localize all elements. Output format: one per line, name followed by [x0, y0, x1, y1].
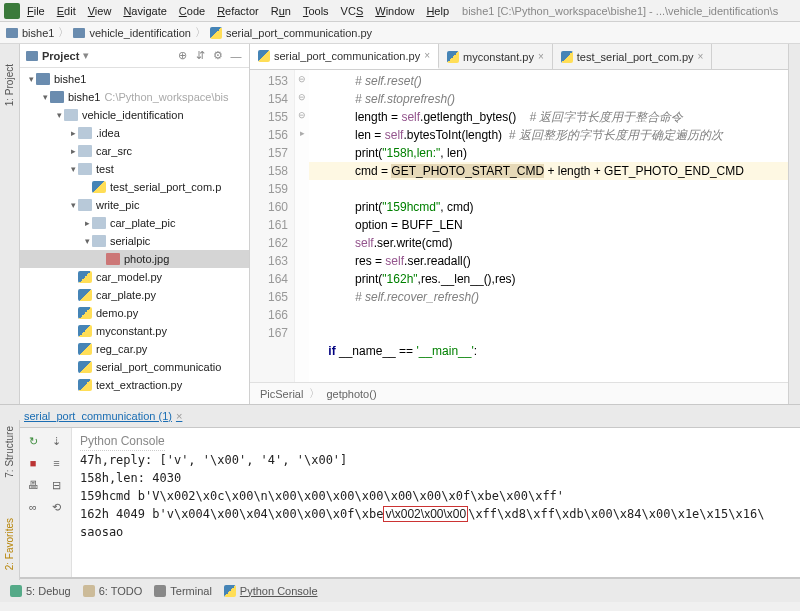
- status-todo[interactable]: 6: TODO: [83, 585, 143, 597]
- tree-item[interactable]: ▾serialpic: [20, 232, 249, 250]
- nav-seg-folder[interactable]: vehicle_identification: [73, 27, 191, 39]
- project-tree[interactable]: ▾bishe1▾bishe1C:\Python_workspace\bis▾ve…: [20, 68, 249, 404]
- chevron-right-icon: 〉: [58, 25, 69, 40]
- status-debug[interactable]: 5: Debug: [10, 585, 71, 597]
- tree-item[interactable]: reg_car.py: [20, 340, 249, 358]
- python-icon: [258, 50, 270, 62]
- console-panel: ↻ ⇣ ■ ≡ 🖶 ⊟ ∞ ⟲ Python Console 47h,reply…: [20, 428, 800, 578]
- tree-item[interactable]: ▸car_src: [20, 142, 249, 160]
- menu-edit[interactable]: Edit: [52, 3, 81, 19]
- tree-item[interactable]: ▾write_pic: [20, 196, 249, 214]
- status-bar: 5: Debug 6: TODO Terminal Python Console: [0, 578, 800, 602]
- menu-tools[interactable]: Tools: [298, 3, 334, 19]
- filter-icon[interactable]: ⊟: [48, 476, 66, 494]
- chevron-right-icon: 〉: [195, 25, 206, 40]
- main-split: 1: Project Project ▾ ⊕ ⇵ ⚙ — ▾bishe1▾bis…: [0, 44, 800, 404]
- gear-icon[interactable]: ⚙: [211, 49, 225, 63]
- nav-seg-root[interactable]: bishe1: [6, 27, 54, 39]
- history-icon[interactable]: ⟲: [48, 498, 66, 516]
- menu-view[interactable]: View: [83, 3, 117, 19]
- code-editor[interactable]: 1531541551561571581591601611621631641651…: [250, 70, 788, 382]
- editor-area: serial_port_communication.py×myconstant.…: [250, 44, 788, 404]
- tree-item[interactable]: demo.py: [20, 304, 249, 322]
- scroll-icon[interactable]: ⇣: [48, 432, 66, 450]
- editor-tab[interactable]: test_serial_port_com.py×: [553, 44, 713, 69]
- breadcrumb-class[interactable]: PicSerial: [260, 388, 303, 400]
- print-icon[interactable]: 🖶: [24, 476, 42, 494]
- python-icon: [447, 51, 459, 63]
- hide-icon[interactable]: —: [229, 49, 243, 63]
- menu-code[interactable]: Code: [174, 3, 210, 19]
- target-icon[interactable]: ⊕: [175, 49, 189, 63]
- tree-item[interactable]: ▾bishe1: [20, 70, 249, 88]
- side-tab-project[interactable]: 1: Project: [4, 64, 15, 106]
- close-icon[interactable]: ×: [176, 410, 182, 422]
- menu-refactor[interactable]: Refactor: [212, 3, 264, 19]
- menu-navigate[interactable]: Navigate: [118, 3, 171, 19]
- side-tab-structure[interactable]: 7: Structure: [4, 426, 15, 478]
- tree-item[interactable]: car_model.py: [20, 268, 249, 286]
- console-toolbar: ↻ ⇣ ■ ≡ 🖶 ⊟ ∞ ⟲: [20, 428, 72, 577]
- menu-file[interactable]: File: [22, 3, 50, 19]
- console-output[interactable]: Python Console 47h,reply: ['v', '\x00', …: [72, 428, 800, 577]
- tree-item[interactable]: car_plate.py: [20, 286, 249, 304]
- window-title: bishe1 [C:\Python_workspace\bishe1] - ..…: [462, 5, 778, 17]
- tree-item[interactable]: photo.jpg: [20, 250, 249, 268]
- project-panel-title: Project: [42, 50, 79, 62]
- status-python-console[interactable]: Python Console: [224, 585, 318, 597]
- stop-icon[interactable]: ■: [24, 454, 42, 472]
- close-icon[interactable]: ×: [538, 51, 544, 62]
- menu-window[interactable]: Window: [370, 3, 419, 19]
- nav-breadcrumb: bishe1 〉 vehicle_identification 〉 serial…: [0, 22, 800, 44]
- tree-item[interactable]: ▸car_plate_pic: [20, 214, 249, 232]
- code-content[interactable]: # self.reset() # self.stoprefresh() leng…: [309, 70, 788, 382]
- right-gutter: [788, 44, 800, 404]
- tree-item[interactable]: ▾test: [20, 160, 249, 178]
- folder-icon: [73, 28, 85, 38]
- python-icon: [561, 51, 573, 63]
- tree-item[interactable]: myconstant.py: [20, 322, 249, 340]
- python-icon: [224, 585, 236, 597]
- rerun-icon[interactable]: ↻: [24, 432, 42, 450]
- menu-vcs[interactable]: VCS: [336, 3, 369, 19]
- tree-item[interactable]: test_serial_port_com.p: [20, 178, 249, 196]
- editor-tabs: serial_port_communication.py×myconstant.…: [250, 44, 788, 70]
- menu-bar: File Edit View Navigate Code Refactor Ru…: [0, 0, 800, 22]
- menu-run[interactable]: Run: [266, 3, 296, 19]
- close-icon[interactable]: ×: [698, 51, 704, 62]
- project-panel: Project ▾ ⊕ ⇵ ⚙ — ▾bishe1▾bishe1C:\Pytho…: [20, 44, 250, 404]
- chevron-right-icon: 〉: [309, 386, 320, 401]
- fold-column[interactable]: ⊖⊖⊖▸: [295, 70, 309, 382]
- project-panel-header: Project ▾ ⊕ ⇵ ⚙ —: [20, 44, 249, 68]
- tree-item[interactable]: text_extraction.py: [20, 376, 249, 394]
- breadcrumb-method[interactable]: getphoto(): [326, 388, 376, 400]
- status-terminal[interactable]: Terminal: [154, 585, 212, 597]
- close-icon[interactable]: ×: [424, 50, 430, 61]
- tree-item[interactable]: ▸.idea: [20, 124, 249, 142]
- tree-item[interactable]: ▾bishe1C:\Python_workspace\bis: [20, 88, 249, 106]
- left-side-tabs: 1: Project: [0, 44, 20, 404]
- nav-seg-file[interactable]: serial_port_communication.py: [210, 27, 372, 39]
- side-tab-favorites[interactable]: 2: Favorites: [4, 518, 15, 570]
- wrap-icon[interactable]: ≡: [48, 454, 66, 472]
- terminal-icon: [154, 585, 166, 597]
- collapse-icon[interactable]: ⇵: [193, 49, 207, 63]
- editor-tab[interactable]: serial_port_communication.py×: [250, 44, 439, 69]
- console-tab-run[interactable]: serial_port_communication (1)×: [24, 410, 182, 422]
- editor-breadcrumb[interactable]: PicSerial 〉 getphoto(): [250, 382, 788, 404]
- app-logo-icon: [4, 3, 20, 19]
- project-icon: [26, 51, 38, 61]
- debug-icon: [10, 585, 22, 597]
- tree-item[interactable]: ▾vehicle_identification: [20, 106, 249, 124]
- menu-help[interactable]: Help: [421, 3, 454, 19]
- python-icon: [210, 27, 222, 39]
- line-gutter: 1531541551561571581591601611621631641651…: [250, 70, 295, 382]
- link-icon[interactable]: ∞: [24, 498, 42, 516]
- tree-item[interactable]: serial_port_communicatio: [20, 358, 249, 376]
- console-tab-bar: serial_port_communication (1)×: [0, 404, 800, 428]
- todo-icon: [83, 585, 95, 597]
- editor-tab[interactable]: myconstant.py×: [439, 44, 553, 69]
- folder-icon: [6, 28, 18, 38]
